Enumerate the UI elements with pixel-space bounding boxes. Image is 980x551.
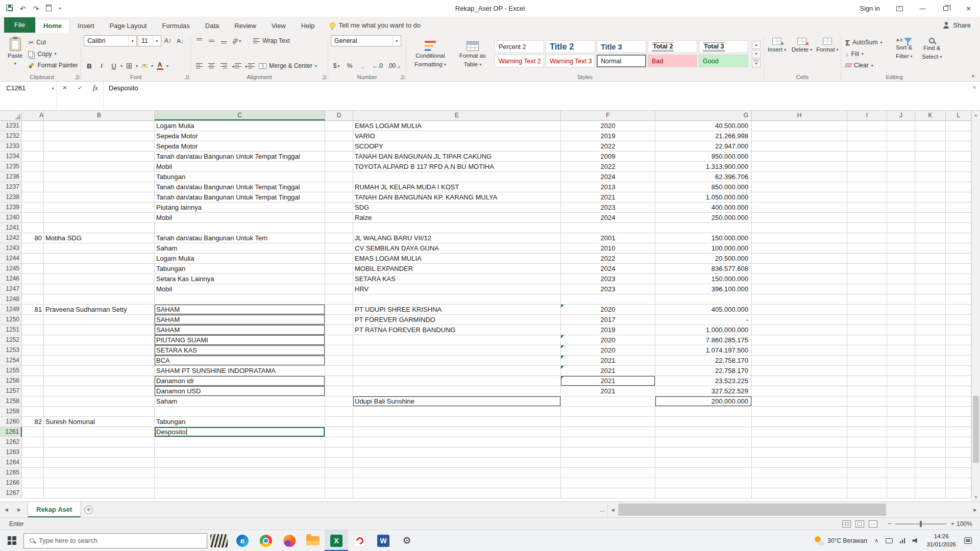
cell-A1238[interactable] — [22, 192, 44, 203]
cell-F1233[interactable]: 2022 — [561, 141, 655, 152]
scroll-right-button[interactable]: ▶ — [970, 508, 980, 512]
cell-K1259[interactable] — [915, 407, 946, 417]
row-header-1258[interactable]: 1258 — [0, 396, 22, 407]
cell-K1260[interactable] — [915, 417, 946, 427]
cell-A1257[interactable] — [22, 386, 44, 396]
cell-J1257[interactable] — [887, 386, 915, 396]
copy-button[interactable]: Copy▾ — [27, 48, 79, 60]
select-all-corner[interactable] — [0, 111, 22, 120]
cell-H1250[interactable] — [752, 315, 847, 325]
cell-F1260[interactable] — [561, 417, 655, 427]
cell-L1234[interactable] — [946, 152, 971, 162]
cell-A1245[interactable] — [22, 264, 44, 274]
cell-H1252[interactable] — [752, 335, 847, 345]
cell-A1241[interactable] — [22, 223, 44, 233]
row-header-1257[interactable]: 1257 — [0, 386, 22, 396]
autosum-button[interactable]: ΣAutoSum▾ — [844, 37, 889, 48]
font-name-combo[interactable]: Calibri▼ — [84, 35, 137, 46]
cell-L1233[interactable] — [946, 141, 971, 152]
cell-J1232[interactable] — [887, 131, 915, 141]
cell-D1264[interactable] — [325, 458, 353, 468]
cell-G1234[interactable]: 950.000.000 — [655, 152, 752, 162]
cell-F1241[interactable] — [561, 223, 655, 233]
cell-F1266[interactable] — [561, 478, 655, 488]
cell-G1255[interactable]: 22.758.170 — [655, 366, 752, 376]
row-header-1235[interactable]: 1235 — [0, 162, 22, 172]
taskbar-acrobat-button[interactable] — [348, 530, 372, 551]
row-header-1252[interactable]: 1252 — [0, 335, 22, 345]
cell-B1239[interactable] — [44, 203, 155, 213]
workbook-button[interactable] — [46, 5, 52, 13]
cell-E1232[interactable]: VARIO — [353, 131, 561, 141]
cell-I1239[interactable] — [847, 203, 887, 213]
cell-I1236[interactable] — [847, 172, 887, 182]
cell-E1262[interactable] — [353, 437, 561, 447]
number-dialog-launcher-icon[interactable] — [400, 75, 404, 79]
row-header-1232[interactable]: 1232 — [0, 131, 22, 141]
taskbar-chrome-button[interactable] — [254, 530, 278, 551]
cell-H1258[interactable] — [752, 396, 847, 407]
sheet-tab-rekap-aset[interactable]: Rekap Aset — [28, 502, 81, 517]
cell-L1267[interactable] — [946, 488, 971, 498]
cell-K1231[interactable] — [915, 121, 946, 131]
cell-C1255[interactable]: SAHAM PT SUNSHINE INDOPRATAMA — [155, 366, 325, 376]
cell-A1254[interactable] — [22, 356, 44, 366]
column-header-F[interactable]: F — [561, 111, 655, 120]
cell-E1236[interactable] — [353, 172, 561, 182]
cell-K1241[interactable] — [915, 223, 946, 233]
cell-F1258[interactable] — [561, 396, 655, 407]
cell-B1256[interactable] — [44, 376, 155, 386]
cell-K1235[interactable] — [915, 162, 946, 172]
cell-K1254[interactable] — [915, 356, 946, 366]
row-header-1265[interactable]: 1265 — [0, 468, 22, 478]
cell-E1242[interactable]: JL WALANG BARU VII/12 — [353, 233, 561, 243]
cell-L1247[interactable] — [946, 284, 971, 294]
cell-E1240[interactable]: Raize — [353, 213, 561, 223]
cell-H1259[interactable] — [752, 407, 847, 417]
cell-K1262[interactable] — [915, 437, 946, 447]
cell-I1242[interactable] — [847, 233, 887, 243]
cell-D1266[interactable] — [325, 478, 353, 488]
cell-H1262[interactable] — [752, 437, 847, 447]
style-title-2[interactable]: Title 2 — [546, 40, 595, 53]
row-header-1259[interactable]: 1259 — [0, 407, 22, 417]
cell-H1240[interactable] — [752, 213, 847, 223]
cell-H1239[interactable] — [752, 203, 847, 213]
cell-L1250[interactable] — [946, 315, 971, 325]
find-select-button[interactable]: Find & Select▾ — [919, 35, 945, 72]
cell-D1253[interactable] — [325, 345, 353, 356]
cell-K1234[interactable] — [915, 152, 946, 162]
cell-B1242[interactable]: Motiha SDG — [44, 233, 155, 243]
row-header-1262[interactable]: 1262 — [0, 437, 22, 447]
fill-color-dropdown-icon[interactable]: ▾ — [151, 64, 153, 68]
style-normal[interactable]: Normal — [597, 55, 646, 67]
vertical-scroll-track[interactable] — [972, 119, 980, 493]
cell-L1235[interactable] — [946, 162, 971, 172]
cell-G1264[interactable] — [655, 458, 752, 468]
delete-cells-button[interactable]: × Delete▾ — [790, 35, 814, 72]
cell-E1231[interactable]: EMAS LOGAM MULIA — [353, 121, 561, 131]
cell-J1251[interactable] — [887, 325, 915, 335]
cell-H1256[interactable] — [752, 376, 847, 386]
cell-G1236[interactable]: 62.396.706 — [655, 172, 752, 182]
cell-A1256[interactable] — [22, 376, 44, 386]
cell-J1248[interactable] — [887, 294, 915, 305]
cell-I1262[interactable] — [847, 437, 887, 447]
vertical-scrollbar[interactable]: ▲ ▼ — [971, 111, 980, 502]
cell-E1264[interactable] — [353, 458, 561, 468]
row-header-1254[interactable]: 1254 — [0, 356, 22, 366]
style-title-3[interactable]: Title 3 — [597, 40, 646, 53]
ribbon-tab-page-layout[interactable]: Page Layout — [102, 19, 155, 33]
cell-B1238[interactable] — [44, 192, 155, 203]
cell-C1243[interactable]: Saham — [155, 243, 325, 254]
cell-B1252[interactable] — [44, 335, 155, 345]
cell-B1260[interactable]: Suresh Nomunal — [44, 417, 155, 427]
cell-I1267[interactable] — [847, 488, 887, 498]
cell-H1263[interactable] — [752, 447, 847, 458]
name-box-dropdown-icon[interactable]: ▼ — [51, 84, 55, 90]
cell-C1256[interactable]: Danamon idr — [155, 376, 325, 386]
comma-style-button[interactable]: , — [357, 60, 369, 71]
cell-E1257[interactable] — [353, 386, 561, 396]
cell-D1246[interactable] — [325, 274, 353, 284]
cell-A1250[interactable] — [22, 315, 44, 325]
